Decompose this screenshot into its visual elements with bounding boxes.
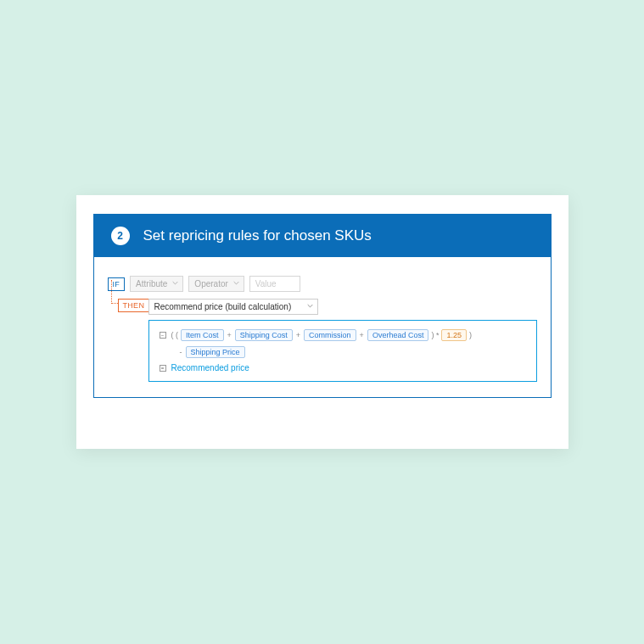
chip-commission[interactable]: Commission <box>304 329 356 341</box>
attribute-placeholder: Attribute <box>136 279 167 288</box>
then-row: THEN Recommend price (build calculation) <box>108 299 537 315</box>
operator-dropdown[interactable]: Operator <box>188 276 244 292</box>
panel-header: 2 Set repricing rules for chosen SKUs <box>94 215 551 257</box>
plus-operator: + <box>359 331 365 339</box>
attribute-dropdown[interactable]: Attribute <box>130 276 183 292</box>
then-content: Recommend price (build calculation) <box>148 299 318 315</box>
operator-placeholder: Operator <box>194 279 227 288</box>
calc-result-line: = Recommended price <box>160 363 528 372</box>
calc-line-1: − ( ( Item Cost + Shipping Cost + Commis… <box>160 329 528 341</box>
plus-operator: + <box>295 331 301 339</box>
value-input[interactable]: Value <box>249 276 300 292</box>
expand-icon[interactable]: = <box>160 365 166 372</box>
chevron-down-icon <box>172 280 178 286</box>
calc-line-2: - Shipping Price <box>160 346 528 358</box>
connector-line <box>111 280 118 304</box>
action-dropdown[interactable]: Recommend price (build calculation) <box>148 299 318 315</box>
plus-operator: + <box>227 331 232 339</box>
action-label: Recommend price (build calculation) <box>154 302 292 311</box>
panel-body: IF Attribute Operator Value <box>94 257 551 397</box>
open-parens: ( ( <box>171 331 179 339</box>
panel-title: Set repricing rules for chosen SKUs <box>143 227 372 244</box>
calculation-box: − ( ( Item Cost + Shipping Cost + Commis… <box>148 320 537 382</box>
chip-overhead-cost[interactable]: Overhead Cost <box>367 329 429 341</box>
card: 2 Set repricing rules for chosen SKUs IF… <box>76 195 568 449</box>
step-number-badge: 2 <box>111 227 130 245</box>
chevron-down-icon <box>233 280 239 286</box>
chip-item-cost[interactable]: Item Cost <box>181 329 224 341</box>
card-inner: 2 Set repricing rules for chosen SKUs IF… <box>76 195 568 449</box>
close-paren-mult: ) * <box>431 331 439 339</box>
recommended-price-label[interactable]: Recommended price <box>171 363 249 372</box>
then-connector: THEN <box>108 299 143 312</box>
chip-multiplier[interactable]: 1.25 <box>441 329 467 341</box>
collapse-icon[interactable]: − <box>160 332 166 339</box>
chevron-down-icon <box>307 303 313 309</box>
then-tag: THEN <box>118 299 150 312</box>
chip-shipping-cost[interactable]: Shipping Cost <box>235 329 293 341</box>
minus-operator: - <box>179 348 183 356</box>
chip-shipping-price[interactable]: Shipping Price <box>186 346 245 358</box>
close-paren: ) <box>469 331 472 339</box>
if-row: IF Attribute Operator Value <box>108 276 537 292</box>
rule-panel: 2 Set repricing rules for chosen SKUs IF… <box>93 214 552 398</box>
